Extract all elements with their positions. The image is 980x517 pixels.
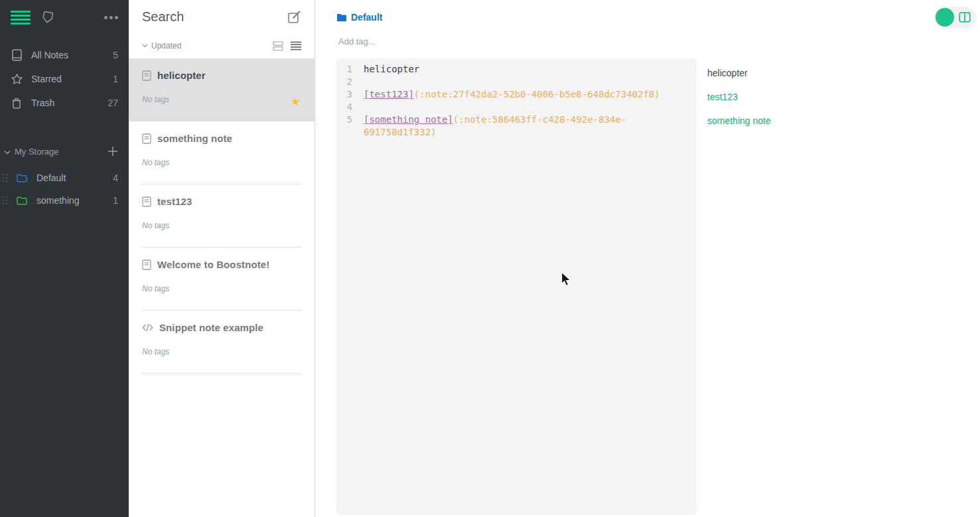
folder-label: Default <box>36 173 66 183</box>
code-text: helicopter <box>364 63 685 76</box>
code-text <box>364 76 685 88</box>
compose-icon[interactable] <box>287 10 301 24</box>
note-count-badge: 5 <box>113 50 118 60</box>
tag-icon[interactable] <box>41 10 56 25</box>
note-title: test123 <box>157 196 192 207</box>
sort-dropdown[interactable]: Updated <box>151 41 181 50</box>
note-list-item-test123[interactable]: test123 No tags <box>129 185 315 248</box>
note-tags-label: No tags <box>142 284 301 293</box>
sidebar-item-trash[interactable]: Trash 27 <box>0 91 129 115</box>
code-editor[interactable]: 1 helicopter 2 3 [test123](:note:27f42da… <box>336 58 697 515</box>
tag-bar: Add tag... <box>315 35 980 48</box>
note-title: Snippet note example <box>159 322 263 333</box>
preview-note-link[interactable]: test123 <box>707 91 969 104</box>
card-view-icon[interactable] <box>273 41 283 51</box>
editor-line[interactable]: 5 [something note](:note:586463ff-c428-4… <box>336 113 697 139</box>
note-list-header: Search <box>129 0 315 33</box>
sidebar-item-starred[interactable]: Starred 1 <box>0 67 129 91</box>
sidebar-item-label: Starred <box>31 74 62 84</box>
editor-line[interactable]: 1 helicopter <box>336 63 697 76</box>
plus-icon[interactable] <box>107 146 118 157</box>
list-view-icon[interactable] <box>291 41 301 50</box>
markdown-preview: helicoptertest123something note <box>697 58 980 517</box>
code-text: [something note](:note:586463ff-c428-492… <box>364 113 685 139</box>
code-token-url: (:note:27f42da2-52b0-4006-b5e8-648dc7340… <box>414 89 660 100</box>
note-tags-label: No tags <box>142 221 301 230</box>
split-view-icon <box>959 12 971 23</box>
sort-bar: Updated <box>129 33 315 58</box>
star-outline-icon <box>11 74 23 84</box>
note-tags-label: No tags <box>142 347 301 356</box>
note-count-badge: 27 <box>107 98 118 108</box>
preview-paragraph: helicopter <box>707 67 969 80</box>
editor-header: Default <box>315 0 980 35</box>
code-text: [test123](:note:27f42da2-52b0-4006-b5e8-… <box>364 88 685 101</box>
document-icon <box>142 196 151 207</box>
editor-area: Default Add tag... 1 helicopter 2 3 [tes… <box>315 0 980 517</box>
editor-line[interactable]: 3 [test123](:note:27f42da2-52b0-4006-b5e… <box>336 88 697 101</box>
sidebar-item-all-notes[interactable]: All Notes 5 <box>0 43 129 67</box>
add-tag-input[interactable]: Add tag... <box>338 37 376 46</box>
document-icon <box>142 133 151 144</box>
note-count-badge: 1 <box>113 74 118 84</box>
note-title: helicopter <box>157 70 206 81</box>
chevron-down-icon <box>4 147 11 157</box>
notes-icon <box>11 49 23 61</box>
code-icon <box>142 323 153 332</box>
view-mode-toggle <box>273 41 301 51</box>
storage-label: My Storage <box>15 147 58 157</box>
note-tags-label: No tags <box>142 95 301 104</box>
note-list: helicopter No tags ★ something note No t… <box>129 58 315 517</box>
editor-line[interactable]: 2 <box>336 76 697 88</box>
sidebar-nav: All Notes 5 Starred 1 Trash 27 <box>0 43 129 115</box>
sidebar-top-bar <box>0 0 129 35</box>
status-circle-icon <box>936 8 954 27</box>
menu-icon[interactable] <box>11 11 31 25</box>
edit-preview-toggle[interactable] <box>934 7 977 29</box>
trash-icon <box>11 98 23 109</box>
search-title[interactable]: Search <box>142 9 184 25</box>
preview-note-link[interactable]: something note <box>707 115 969 127</box>
line-number: 1 <box>336 63 364 76</box>
app-sidebar: All Notes 5 Starred 1 Trash 27 My Storag… <box>0 0 129 517</box>
code-text <box>364 101 685 113</box>
code-token-link[interactable]: [something note] <box>364 114 453 125</box>
breadcrumb[interactable]: Default <box>336 12 382 23</box>
chevron-down-icon <box>142 44 148 48</box>
note-list-item-something-note[interactable]: something note No tags <box>129 121 315 185</box>
folder-filled-icon <box>336 13 347 22</box>
storage-header[interactable]: My Storage <box>0 143 129 160</box>
sidebar-folder-default[interactable]: Default 4 <box>0 167 129 189</box>
line-number: 4 <box>336 101 364 113</box>
editor-preview-split: 1 helicopter 2 3 [test123](:note:27f42da… <box>315 58 980 517</box>
code-token-link[interactable]: [test123] <box>364 89 414 100</box>
storage-folder-list: Default 4 something 1 <box>0 167 129 212</box>
note-title: Welcome to Boostnote! <box>157 259 269 270</box>
note-list-item-welcome-to-boostnote[interactable]: Welcome to Boostnote! No tags <box>129 248 315 311</box>
more-icon[interactable] <box>104 16 118 19</box>
sidebar-folder-something[interactable]: something 1 <box>0 189 129 212</box>
note-tags-label: No tags <box>142 158 301 167</box>
sidebar-item-label: All Notes <box>31 50 68 60</box>
folder-icon <box>17 174 27 183</box>
sidebar-item-label: Trash <box>31 98 54 108</box>
editor-line[interactable]: 4 <box>336 101 697 113</box>
code-token-plain: helicopter <box>364 64 419 74</box>
folder-icon <box>17 196 27 205</box>
note-count-badge: 4 <box>113 173 118 183</box>
breadcrumb-label: Default <box>351 12 382 23</box>
note-list-panel: Search Updated <box>129 0 315 517</box>
note-list-item-snippet-note-example[interactable]: Snippet note example No tags <box>129 311 315 374</box>
line-number: 3 <box>336 88 364 101</box>
document-icon <box>142 70 151 81</box>
line-number: 2 <box>336 76 364 88</box>
folder-label: something <box>36 195 80 206</box>
star-icon[interactable]: ★ <box>291 96 301 108</box>
drag-handle-icon[interactable] <box>3 196 8 205</box>
drag-handle-icon[interactable] <box>3 174 8 183</box>
note-title: something note <box>157 133 232 144</box>
line-number: 5 <box>336 113 364 139</box>
document-icon <box>142 259 151 270</box>
note-count-badge: 1 <box>113 195 118 206</box>
note-list-item-helicopter[interactable]: helicopter No tags ★ <box>129 58 315 121</box>
